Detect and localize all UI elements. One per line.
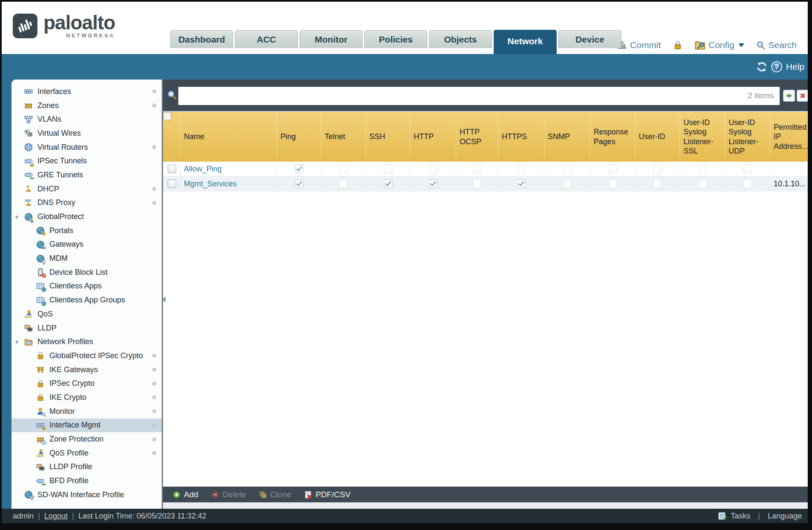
response-pages-checkbox[interactable] xyxy=(609,165,617,173)
help-label[interactable]: Help xyxy=(786,62,804,72)
sidebar-item-sd-wan-interface-profile[interactable]: SD-WAN Interface Profile xyxy=(11,488,162,502)
telnet-checkbox[interactable] xyxy=(339,165,348,173)
sidebar-item-globalprotect-ipsec-crypto[interactable]: GlobalProtect IPSec Crypto xyxy=(11,349,162,363)
row-select-checkbox[interactable] xyxy=(168,180,176,188)
profile-link[interactable]: Mgmt_Services xyxy=(184,180,237,188)
sidebar-item-interfaces[interactable]: Interfaces xyxy=(11,85,162,99)
response-pages-checkbox[interactable] xyxy=(609,180,617,188)
sidebar-item-gateways[interactable]: Gateways xyxy=(11,238,162,252)
http-ocsp-checkbox[interactable] xyxy=(473,180,481,188)
column-header-telnet[interactable]: Telnet xyxy=(321,112,366,162)
commit-button[interactable]: Commit xyxy=(617,40,660,50)
column-header-name[interactable]: Name xyxy=(180,112,277,162)
sidebar-item-gre-tunnels[interactable]: GRE Tunnels xyxy=(11,168,162,182)
sidebar-item-clientless-apps[interactable]: Clientless Apps xyxy=(11,279,162,293)
https-checkbox[interactable] xyxy=(517,180,526,188)
sidebar-item-globalprotect[interactable]: ▼GlobalProtect xyxy=(11,210,162,224)
grid-icon xyxy=(36,282,45,291)
sidebar-item-vlans[interactable]: VLANs xyxy=(11,112,162,126)
sidebar-item-bfd-profile[interactable]: BFD Profile xyxy=(11,474,162,488)
column-header-user-id[interactable]: User-ID xyxy=(635,112,680,162)
expand-arrow-icon[interactable]: ▼ xyxy=(14,214,20,220)
http-checkbox[interactable] xyxy=(429,180,437,188)
column-header-snmp[interactable]: SNMP xyxy=(544,112,590,162)
column-header-ping[interactable]: Ping xyxy=(277,112,321,162)
http-ocsp-checkbox[interactable] xyxy=(473,165,481,173)
column-header-ssh[interactable]: SSH xyxy=(366,112,410,162)
row-select-checkbox[interactable] xyxy=(168,165,176,173)
apply-filter-button[interactable] xyxy=(783,90,795,102)
sidebar-item-ike-gateways[interactable]: IKE Gateways xyxy=(11,363,162,377)
expand-arrow-icon[interactable]: ▼ xyxy=(14,339,20,345)
http-checkbox[interactable] xyxy=(429,165,437,173)
user-id-syslog-listener-ssl-checkbox[interactable] xyxy=(698,180,707,188)
profile-link[interactable]: Allow_Ping xyxy=(184,165,222,174)
sidebar-item-lldp-profile[interactable]: LLDP Profile xyxy=(11,460,162,474)
sidebar-item-dhcp[interactable]: DHCP xyxy=(11,182,162,196)
telnet-checkbox[interactable] xyxy=(339,180,348,188)
lock-icon[interactable] xyxy=(673,40,683,50)
ping-checkbox[interactable] xyxy=(295,180,303,188)
tab-dashboard[interactable]: Dashboard xyxy=(170,30,233,48)
sidebar-item-zones[interactable]: Zones xyxy=(11,99,162,113)
search-button[interactable]: Search xyxy=(756,40,797,50)
tab-policies[interactable]: Policies xyxy=(364,30,427,48)
tab-monitor[interactable]: Monitor xyxy=(300,30,363,48)
sidebar-item-qos-profile[interactable]: QoS Profile xyxy=(11,446,162,460)
tab-device[interactable]: Device xyxy=(558,30,621,48)
item-indicator-dot xyxy=(152,368,156,372)
ping-checkbox[interactable] xyxy=(295,165,303,173)
column-header-permitted-ip-address[interactable]: Permitted IP Address... xyxy=(770,112,808,162)
refresh-icon[interactable] xyxy=(756,61,767,72)
pdf-csv-button[interactable]: PDF/CSV xyxy=(304,490,350,499)
add-button[interactable]: Add xyxy=(172,490,198,499)
tab-objects[interactable]: Objects xyxy=(429,30,492,48)
column-header-https[interactable]: HTTPS xyxy=(498,112,544,162)
sidebar-item-lldp[interactable]: LLDP xyxy=(11,321,162,335)
user-id-syslog-listener-udp-checkbox[interactable] xyxy=(743,180,752,188)
filter-input[interactable] xyxy=(178,87,780,105)
search-icon[interactable] xyxy=(167,90,177,100)
tab-network[interactable]: Network xyxy=(494,30,557,54)
sidebar-item-zone-protection[interactable]: Zone Protection xyxy=(11,432,162,446)
logout-link[interactable]: Logout xyxy=(44,512,68,521)
sidebar-item-clientless-app-groups[interactable]: Clientless App Groups xyxy=(11,293,162,307)
sidebar-item-ipsec-crypto[interactable]: IPSec Crypto xyxy=(11,376,162,390)
column-header-user-id-syslog-listener-udp[interactable]: User-ID Syslog Listener-UDP xyxy=(725,112,770,162)
config-menu-button[interactable]: Config xyxy=(695,40,745,51)
select-all-checkbox[interactable] xyxy=(163,112,172,120)
user-id-checkbox[interactable] xyxy=(653,165,662,173)
sidebar-item-ike-crypto[interactable]: IKE Crypto xyxy=(11,390,162,405)
column-header-user-id-syslog-listener-ssl[interactable]: User-ID Syslog Listener-SSL xyxy=(680,112,725,162)
clear-filter-button[interactable] xyxy=(797,90,808,102)
user-id-syslog-listener-ssl-checkbox[interactable] xyxy=(698,165,707,173)
user-id-checkbox[interactable] xyxy=(653,180,662,188)
sidebar-item-virtual-wires[interactable]: Virtual Wires xyxy=(11,126,162,140)
sidebar-item-virtual-routers[interactable]: Virtual Routers xyxy=(11,140,162,154)
sidebar-item-portals[interactable]: Portals xyxy=(11,224,162,238)
tasks-icon[interactable] xyxy=(718,511,727,521)
sidebar-item-mdm[interactable]: MDM xyxy=(11,251,162,265)
tab-acc[interactable]: ACC xyxy=(235,30,298,48)
snmp-checkbox[interactable] xyxy=(563,165,572,173)
qos-icon xyxy=(36,449,45,457)
ssh-checkbox[interactable] xyxy=(384,165,392,173)
sidebar-item-network-profiles[interactable]: ▼Network Profiles xyxy=(11,335,162,349)
ssh-checkbox[interactable] xyxy=(384,180,392,188)
sidebar-item-device-block-list[interactable]: Device Block List xyxy=(11,265,162,279)
language-button[interactable]: Language xyxy=(768,512,802,521)
column-header-http[interactable]: HTTP xyxy=(410,112,456,162)
snmp-checkbox[interactable] xyxy=(563,180,572,188)
sidebar-item-qos[interactable]: QoS xyxy=(11,307,162,321)
https-checkbox[interactable] xyxy=(517,165,526,173)
sidebar-item-ipsec-tunnels[interactable]: IPSec Tunnels xyxy=(11,154,162,168)
sidebar-item-monitor[interactable]: Monitor xyxy=(11,405,162,419)
help-icon[interactable]: ? xyxy=(771,61,782,72)
sidebar-item-dns-proxy[interactable]: DNS Proxy xyxy=(11,196,162,210)
user-id-syslog-listener-udp-checkbox[interactable] xyxy=(743,165,752,173)
sidebar-collapse-handle[interactable] xyxy=(162,296,166,302)
column-header-http-ocsp[interactable]: HTTP OCSP xyxy=(456,112,498,162)
sidebar-item-interface-mgmt[interactable]: Interface Mgmt xyxy=(11,419,162,433)
tasks-button[interactable]: Tasks xyxy=(731,512,750,521)
column-header-response-pages[interactable]: Response Pages xyxy=(590,112,635,162)
